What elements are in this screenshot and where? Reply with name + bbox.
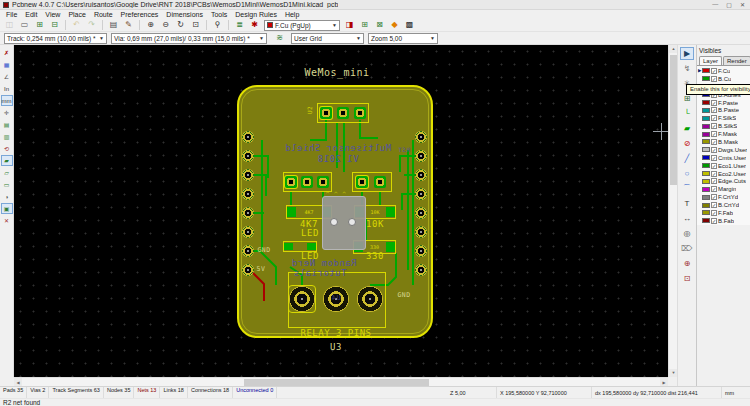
layer-row[interactable]: F.SilkS <box>697 114 750 122</box>
zones-filled-icon[interactable]: ▰ <box>1 155 13 166</box>
through-hole-pad[interactable] <box>415 264 427 276</box>
layer-color-swatch[interactable] <box>702 139 710 144</box>
menu-item[interactable]: Preferences <box>117 11 163 18</box>
through-hole-pad[interactable] <box>415 131 427 143</box>
layer-color-swatch[interactable] <box>702 155 710 160</box>
add-target-icon[interactable]: ◎ <box>680 227 694 240</box>
zoom-redraw-icon[interactable]: ↻ <box>174 19 187 31</box>
plot-icon[interactable]: ✎ <box>122 19 135 31</box>
grid-show-icon[interactable]: ▦ <box>1 59 13 70</box>
through-hole-pad[interactable] <box>415 150 427 162</box>
vertical-scrollbar[interactable]: ▲ ▼ <box>668 45 677 377</box>
layer-row[interactable]: Margin <box>697 185 750 193</box>
select-tool-icon[interactable]: ▶ <box>680 47 694 60</box>
microwave-toolbar-icon[interactable]: ✕ <box>1 215 13 226</box>
layer-selector[interactable]: F.Cu (PgUp) ▼ <box>264 20 340 31</box>
layer-row[interactable]: Eco2.User <box>697 170 750 178</box>
layers-manager-icon[interactable]: ▣ <box>1 203 13 214</box>
menu-item[interactable]: Tools <box>207 11 231 18</box>
smd-pad[interactable] <box>284 243 293 250</box>
sheet-settings-icon[interactable]: ▭ <box>18 19 31 31</box>
layer-color-swatch[interactable] <box>702 116 710 121</box>
separator[interactable] <box>228 20 229 30</box>
add-dimension-icon[interactable]: ↔ <box>680 212 694 225</box>
footprint-mode-icon[interactable]: ⊞ <box>358 19 371 31</box>
menu-item[interactable]: Help <box>281 11 303 18</box>
redo-icon[interactable]: ↷ <box>85 19 98 31</box>
layer-row[interactable]: Eco1.User <box>697 162 750 170</box>
menu-item[interactable]: Route <box>90 11 117 18</box>
header-pad[interactable] <box>301 176 313 188</box>
layer-visibility-checkbox[interactable] <box>711 131 717 137</box>
layer-row[interactable]: B.Cu <box>697 75 750 83</box>
relay-pad[interactable] <box>357 286 383 312</box>
layer-color-swatch[interactable] <box>702 100 710 105</box>
highlight-net-icon[interactable]: ↯ <box>680 62 694 75</box>
smd-pad[interactable] <box>287 207 296 217</box>
layer-visibility-checkbox[interactable] <box>711 218 717 224</box>
track-via-size-icon[interactable]: ≋ <box>273 32 286 44</box>
through-hole-pad[interactable] <box>415 188 427 200</box>
layer-row[interactable]: F.Mask <box>697 130 750 138</box>
layer-row[interactable]: B.Paste <box>697 106 750 114</box>
grid-selector[interactable]: User Grid ▼ <box>291 33 364 44</box>
drill-origin-icon[interactable]: ⊕ <box>680 257 694 270</box>
through-hole-pad[interactable] <box>415 207 427 219</box>
header-pad[interactable] <box>320 107 332 119</box>
layer-row[interactable]: Cmts.User <box>697 154 750 162</box>
layer-row[interactable]: B.SilkS <box>697 122 750 130</box>
menu-item[interactable]: Dimensions <box>162 11 207 18</box>
horizontal-scroll-thumb[interactable] <box>244 379 429 386</box>
menu-item[interactable]: View <box>41 11 64 18</box>
header-pad[interactable] <box>374 176 386 188</box>
find-icon[interactable]: ⚲ <box>211 19 224 31</box>
layer-row[interactable]: Edge.Cuts <box>697 177 750 185</box>
smd-pad[interactable] <box>307 243 316 250</box>
layer-visibility-checkbox[interactable] <box>711 123 717 129</box>
track-mode-icon[interactable]: ⊠ <box>373 19 386 31</box>
layer-row[interactable]: ▶ F.Cu <box>697 67 750 75</box>
vertical-scroll-thumb[interactable] <box>670 55 677 185</box>
layer-color-swatch[interactable] <box>702 187 710 192</box>
menu-item[interactable]: Place <box>64 11 90 18</box>
layer-color-swatch[interactable] <box>702 179 710 184</box>
layer-color-swatch[interactable] <box>702 108 710 113</box>
add-line-icon[interactable]: ╱ <box>680 152 694 165</box>
tab[interactable]: Render <box>723 56 750 65</box>
microwave-icon[interactable]: ▩ <box>403 19 416 31</box>
print-icon[interactable]: ▤ <box>107 19 120 31</box>
units-mm-icon[interactable]: mm <box>1 95 13 106</box>
through-hole-pad[interactable] <box>242 245 254 257</box>
through-hole-pad[interactable] <box>242 188 254 200</box>
separator[interactable] <box>102 20 103 30</box>
through-hole-pad[interactable] <box>242 169 254 181</box>
add-arc-icon[interactable]: ⌒ <box>680 182 694 195</box>
zoom-selector[interactable]: Zoom 5,00 ▼ <box>368 33 438 44</box>
module-editor-icon[interactable]: ⊞ <box>33 19 46 31</box>
freeroute-icon[interactable]: ◆ <box>388 19 401 31</box>
through-hole-pad[interactable] <box>242 131 254 143</box>
menu-item[interactable]: File <box>2 11 21 18</box>
netlist-icon[interactable]: ≣ <box>233 19 246 31</box>
layer-color-swatch[interactable] <box>702 132 710 137</box>
layer-color-swatch[interactable] <box>702 76 710 81</box>
autodelete-track-icon[interactable]: ⟲ <box>1 143 13 154</box>
layer-visibility-checkbox[interactable] <box>711 194 717 200</box>
layer-visibility-checkbox[interactable] <box>711 171 717 177</box>
layer-visibility-checkbox[interactable] <box>711 100 717 106</box>
zones-unfilled-icon[interactable]: ▱ <box>1 167 13 178</box>
layer-row[interactable]: B.CrtYd <box>697 201 750 209</box>
layer-color-swatch[interactable] <box>702 124 710 129</box>
relay-pad[interactable] <box>289 286 315 312</box>
layer-visibility-checkbox[interactable] <box>711 139 717 145</box>
layer-visibility-checkbox[interactable] <box>711 178 717 184</box>
zoom-in-icon[interactable]: ⊕ <box>144 19 157 31</box>
layer-row[interactable]: F.Paste <box>697 99 750 107</box>
layer-color-swatch[interactable] <box>702 68 710 73</box>
add-track-icon[interactable]: └ <box>680 107 694 120</box>
smd-pad[interactable] <box>386 207 395 217</box>
close-button[interactable]: ✕ <box>740 1 745 8</box>
via-size-selector[interactable]: Via: 0,69 mm (27,0 mils)/ 0,33 mm (15,0 … <box>111 33 267 44</box>
track-width-selector[interactable]: Track: 0,254 mm (10,00 mils) * ▼ <box>4 33 107 44</box>
zones-outline-icon[interactable]: ▭ <box>1 179 13 190</box>
